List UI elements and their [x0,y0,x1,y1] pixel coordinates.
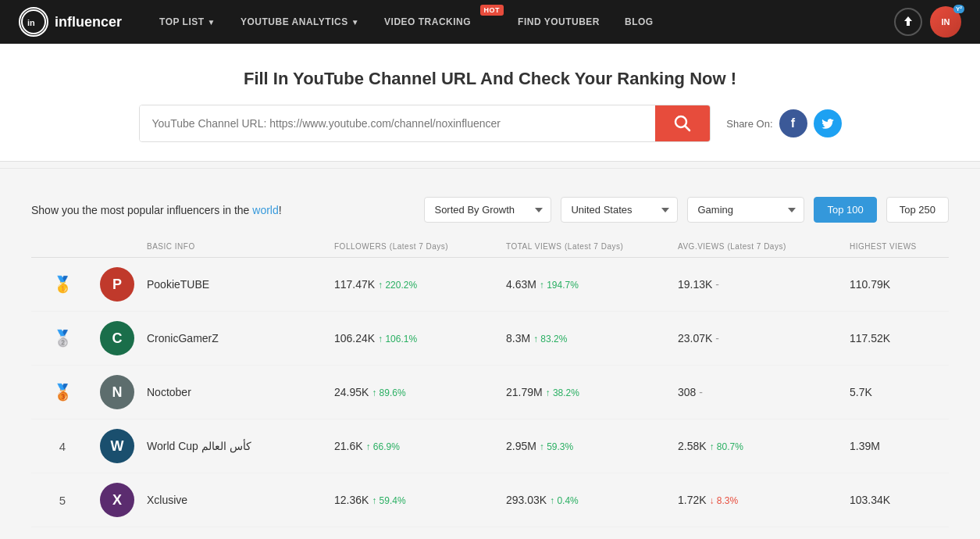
nav-youtube-analytics[interactable]: YOUTUBE ANALYTICS ▼ [228,0,372,44]
total-views-value: 8.3M [506,332,530,344]
total-views-growth: ↑ 83.2% [533,334,567,344]
table-row[interactable]: 🥉 N Noctober 24.95K ↑ 89.6% 21.79M ↑ 38.… [31,366,949,419]
medal-icon: 🥈 [48,324,77,352]
medal-icon: 🥇 [48,270,77,298]
table-row[interactable]: 🥇 P PookieTUBE 117.47K ↑ 220.2% 4.63M ↑ … [31,258,949,312]
channel-name[interactable]: PookieTUBE [141,278,328,291]
logo-icon: in [19,7,48,37]
avg-views-cell: 308 - [672,386,843,398]
avg-views-cell: 19.13K - [672,278,843,291]
hot-badge: HOT [480,5,504,16]
profile-badge: Y² [953,5,964,13]
total-views-value: 293.03K [506,494,547,506]
rank-cell: 5 [31,494,94,507]
avatar-cell: W [94,429,141,463]
section-divider [0,168,980,169]
nav-top-list[interactable]: TOP LIST ▼ [147,0,228,44]
avg-views-value: 19.13K [678,278,712,291]
avatar: P [100,267,134,302]
top250-button[interactable]: Top 250 [886,197,949,223]
total-views-value: 4.63M [506,278,536,291]
search-button[interactable] [655,105,710,141]
search-icon [674,115,691,132]
rank-cell: 🥇 [31,270,94,298]
avatar-cell: C [94,321,141,355]
category-select[interactable]: Gaming Music Entertainment Sports [687,197,804,223]
filter-bar: Show you the most popular influencers in… [31,197,949,223]
hero-wrapper: Fill In YouTube Channel URL And Check Yo… [16,69,964,142]
highest-views-value: 110.79K [850,278,890,291]
nav-items: TOP LIST ▼ YOUTUBE ANALYTICS ▼ VIDEO TRA… [147,0,894,44]
total-views-value: 21.79M [506,386,543,398]
search-bar [139,105,711,142]
channel-name[interactable]: CronicGamerZ [141,332,328,344]
total-views-value: 2.95M [506,440,536,452]
facebook-share-btn[interactable]: f [779,109,807,137]
share-area: Share On: f [726,109,841,137]
rank-cell: 4 [31,440,94,453]
col-highest-views: HIGHEST VIEWS [843,241,980,251]
nav-video-tracking[interactable]: VIDEO TRACKING HOT [372,0,505,44]
total-views-growth: ↑ 59.3% [540,441,573,452]
col-avatar [94,241,141,251]
avg-views-value: 2.58K [678,440,707,452]
rank-cell: 🥈 [31,324,94,352]
total-views-cell: 21.79M ↑ 38.2% [500,386,672,398]
share-label: Share On: [726,118,772,130]
rank-number: 5 [59,494,66,507]
table-body: 🥇 P PookieTUBE 117.47K ↑ 220.2% 4.63M ↑ … [31,258,949,527]
avatar-cell: X [94,483,141,517]
svg-text:in: in [27,18,35,27]
col-avg-views: AVG.VIEWS (Latest 7 Days) [672,241,843,251]
top100-button[interactable]: Top 100 [814,197,876,223]
highest-views-cell: 5.7K [843,386,980,398]
avg-views-cell: 1.72K ↓ 8.3% [672,494,843,506]
highest-views-value: 117.52K [850,332,890,344]
avatar: N [100,375,134,409]
filter-label: Show you the most popular influencers in… [31,204,415,216]
col-total-views: TOTAL VIEWS (Latest 7 Days) [500,241,672,251]
channel-name[interactable]: Xclusive [141,494,328,506]
followers-growth: ↑ 220.2% [378,280,417,291]
channel-name[interactable]: World Cup كأس العالم [141,440,328,452]
followers-growth: ↑ 89.6% [372,387,405,398]
table-row[interactable]: 5 X Xclusive 12.36K ↑ 59.4% 293.03K ↑ 0.… [31,473,949,527]
followers-growth: ↑ 66.9% [365,441,399,452]
dropdown-arrow-icon: ▼ [351,18,359,27]
medal-icon: 🥉 [48,378,77,406]
search-input[interactable] [140,105,656,141]
avg-views-value: 23.07K [678,332,712,344]
profile-btn[interactable]: IN Y² [930,6,961,37]
hero-section: Fill In YouTube Channel URL And Check Yo… [0,44,980,162]
followers-value: 21.6K [334,440,363,452]
followers-cell: 117.47K ↑ 220.2% [328,278,500,291]
avatar: C [100,321,134,355]
table-row[interactable]: 🥈 C CronicGamerZ 106.24K ↑ 106.1% 8.3M ↑… [31,312,949,366]
avatar-cell: P [94,267,141,302]
rank-number: 4 [59,440,66,453]
country-select[interactable]: United States United Kingdom Canada Glob… [561,197,678,223]
avatar-cell: N [94,375,141,409]
col-basic-info: BASIC INFO [141,241,328,251]
channel-name[interactable]: Noctober [141,386,328,398]
nav-blog[interactable]: BLOG [612,0,666,44]
hero-title: Fill In YouTube Channel URL And Check Yo… [16,69,964,89]
nav-find-youtuber[interactable]: FIND YOUTUBER [505,0,612,44]
table-row[interactable]: 4 W World Cup كأس العالم 21.6K ↑ 66.9% 2… [31,419,949,473]
twitter-share-btn[interactable] [814,109,842,137]
table-header: BASIC INFO FOLLOWERS (Latest 7 Days) TOT… [31,235,949,258]
followers-value: 106.24K [334,332,375,344]
col-rank [31,241,94,251]
highest-views-value: 1.39M [850,440,880,452]
followers-value: 24.95K [334,386,369,398]
navbar: in influencer TOP LIST ▼ YOUTUBE ANALYTI… [0,0,980,44]
sort-select[interactable]: Sorted By Growth Sorted By Followers Sor… [424,197,551,223]
logo[interactable]: in influencer [19,7,122,37]
dropdown-arrow-icon: ▼ [208,18,216,27]
upload-icon-btn[interactable] [894,8,922,36]
avatar: W [100,429,134,463]
followers-cell: 24.95K ↑ 89.6% [328,386,500,398]
avg-views-cell: 23.07K - [672,332,843,344]
rank-cell: 🥉 [31,378,94,406]
svg-line-3 [685,126,690,130]
